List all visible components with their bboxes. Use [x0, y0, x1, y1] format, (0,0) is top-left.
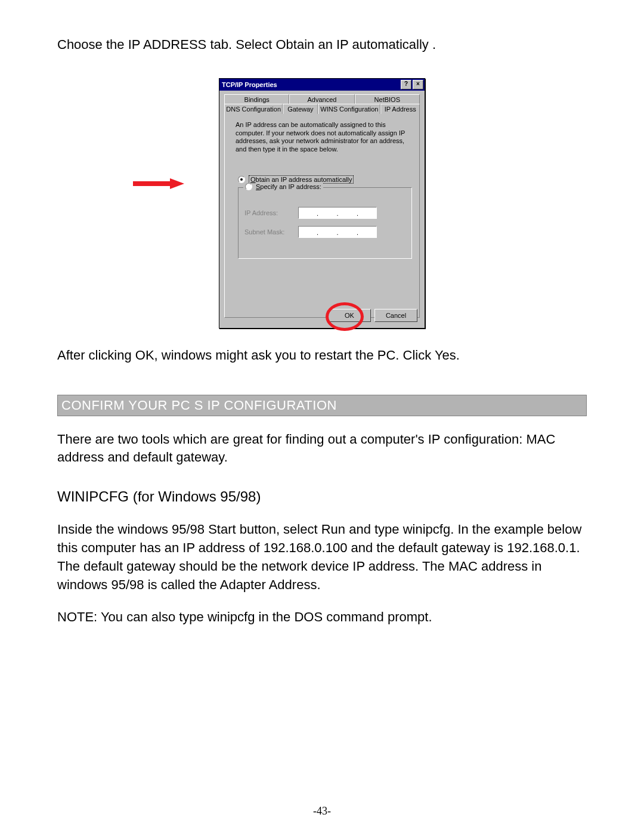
- tcpip-properties-dialog: TCP/IP Properties ? × Bindings Advanced …: [219, 78, 425, 329]
- ip-address-field-row: IP Address: . . .: [244, 207, 405, 219]
- titlebar: TCP/IP Properties ? ×: [219, 79, 425, 91]
- radio-specify-input[interactable]: [245, 183, 252, 190]
- radio-specify-label: Specify an IP address:: [256, 183, 321, 190]
- cancel-button[interactable]: Cancel: [374, 309, 417, 322]
- ok-button[interactable]: OK: [328, 309, 371, 322]
- tab-netbios[interactable]: NetBIOS: [355, 94, 420, 104]
- callout-arrow: [133, 178, 187, 189]
- radio-obtain-auto-input[interactable]: [238, 176, 245, 183]
- screenshot-figure: TCP/IP Properties ? × Bindings Advanced …: [57, 78, 587, 329]
- note-text: NOTE: You can also type winipcfg in the …: [57, 608, 587, 627]
- intro-text: Choose the IP ADDRESS tab. Select Obtain…: [57, 36, 587, 54]
- tab-row-front: DNS Configuration Gateway WINS Configura…: [224, 104, 420, 114]
- paragraph-tools: There are two tools which are great for …: [57, 431, 587, 467]
- tab-bindings[interactable]: Bindings: [224, 94, 289, 104]
- window-title: TCP/IP Properties: [222, 81, 400, 88]
- page-number: -43-: [0, 805, 644, 817]
- panel-description: An IP address can be automatically assig…: [236, 121, 412, 154]
- tab-advanced[interactable]: Advanced: [289, 94, 354, 104]
- ip-address-input[interactable]: . . .: [298, 207, 377, 219]
- tab-dns-configuration[interactable]: DNS Configuration: [224, 104, 283, 114]
- subheading-winipcfg: WINIPCFG (for Windows 95/98): [57, 488, 587, 505]
- help-button[interactable]: ?: [401, 80, 411, 89]
- ip-address-panel: An IP address can be automatically assig…: [224, 114, 420, 318]
- specify-ip-group: Specify an IP address: IP Address: . . .…: [238, 187, 412, 259]
- tab-rows: Bindings Advanced NetBIOS DNS Configurat…: [219, 91, 425, 114]
- post-ok-text: After clicking OK, windows might ask you…: [57, 346, 587, 365]
- section-title-bar: CONFIRM YOUR PC S IP CONFIGURATION: [57, 395, 587, 416]
- tab-ip-address[interactable]: IP Address: [380, 104, 420, 114]
- radio-obtain-auto-label: Obtain an IP address automatically: [249, 175, 354, 184]
- tab-wins-configuration[interactable]: WINS Configuration: [318, 104, 380, 114]
- subnet-mask-input[interactable]: . . .: [298, 226, 377, 238]
- tab-gateway[interactable]: Gateway: [283, 104, 318, 114]
- tab-row-back: Bindings Advanced NetBIOS: [224, 94, 420, 104]
- radio-obtain-auto[interactable]: Obtain an IP address automatically: [238, 175, 412, 184]
- paragraph-winipcfg: Inside the windows 95/98 Start button, s…: [57, 521, 587, 594]
- subnet-mask-label: Subnet Mask:: [244, 228, 298, 236]
- close-button[interactable]: ×: [413, 80, 423, 89]
- ip-address-label: IP Address:: [244, 209, 298, 216]
- subnet-mask-field-row: Subnet Mask: . . .: [244, 226, 405, 238]
- dialog-button-row: OK Cancel: [328, 309, 417, 322]
